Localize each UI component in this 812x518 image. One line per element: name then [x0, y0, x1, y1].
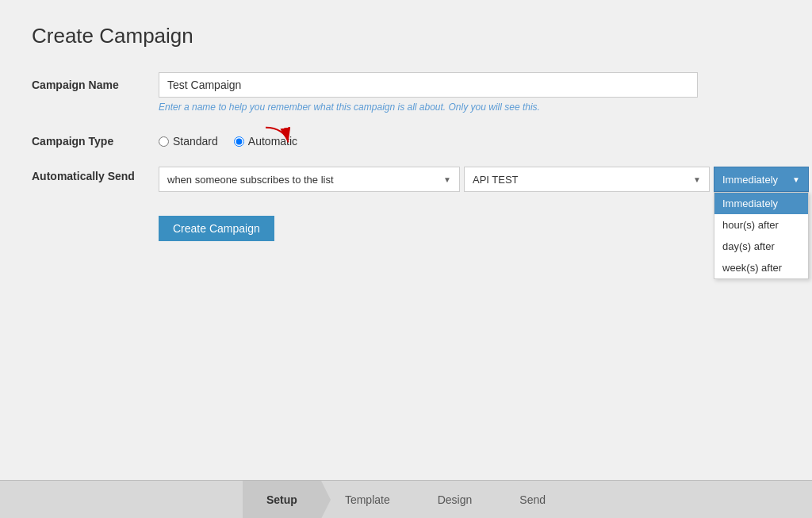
- tab-template-label: Template: [345, 493, 390, 506]
- tab-setup[interactable]: Setup: [243, 481, 321, 518]
- timing-option-hours[interactable]: hour(s) after: [714, 214, 808, 236]
- form-section: Campaign Name Enter a name to help you r…: [32, 72, 780, 241]
- campaign-type-row: Campaign Type Standard Automatic: [32, 129, 780, 148]
- list-select-value: API TEST: [473, 174, 519, 186]
- event-select-value: when someone subscribes to the list: [167, 174, 334, 186]
- timing-option-immediately[interactable]: Immediately: [714, 193, 808, 214]
- arrow-indicator: [254, 121, 301, 155]
- tab-send[interactable]: Send: [496, 481, 569, 518]
- campaign-name-label: Campaign Name: [32, 72, 159, 91]
- radio-standard-input[interactable]: [159, 136, 169, 147]
- campaign-name-help: Enter a name to help you remember what t…: [159, 102, 780, 113]
- radio-standard-label: Standard: [173, 135, 218, 148]
- timing-select-arrow: ▼: [792, 175, 800, 184]
- tab-design-chevron: [496, 481, 505, 519]
- timing-select-value: Immediately: [722, 174, 778, 186]
- tab-bar: Setup Template Design Send: [0, 480, 812, 518]
- tab-send-chevron: [569, 481, 579, 519]
- radio-group: Standard Automatic: [159, 129, 780, 148]
- tab-template[interactable]: Template: [321, 481, 414, 518]
- auto-send-wrap: when someone subscribes to the list ▼ AP…: [159, 163, 809, 192]
- timing-select-wrap: Immediately ▼ Immediately hour(s) after …: [714, 167, 809, 192]
- create-button-row: Create Campaign: [32, 208, 780, 241]
- radio-standard[interactable]: Standard: [159, 135, 218, 148]
- campaign-name-row: Campaign Name Enter a name to help you r…: [32, 72, 780, 113]
- auto-send-label: Automatically Send: [32, 163, 159, 182]
- radio-automatic-input[interactable]: [234, 136, 244, 147]
- campaign-type-wrap: Standard Automatic: [159, 129, 780, 148]
- campaign-type-label: Campaign Type: [32, 129, 159, 148]
- page-title: Create Campaign: [32, 24, 780, 48]
- auto-send-row: Automatically Send when someone subscrib…: [32, 163, 780, 192]
- timing-select[interactable]: Immediately ▼: [714, 167, 809, 192]
- tab-send-label: Send: [519, 493, 546, 506]
- tab-design-label: Design: [438, 493, 473, 506]
- list-select-arrow: ▼: [693, 175, 701, 184]
- timing-dropdown-menu: Immediately hour(s) after day(s) after w…: [714, 192, 809, 279]
- main-content: Create Campaign Campaign Name Enter a na…: [0, 0, 812, 480]
- campaign-name-wrap: Enter a name to help you remember what t…: [159, 72, 780, 113]
- auto-send-controls: when someone subscribes to the list ▼ AP…: [159, 163, 809, 192]
- timing-option-days[interactable]: day(s) after: [714, 236, 808, 257]
- create-campaign-button[interactable]: Create Campaign: [159, 216, 274, 241]
- event-select-arrow: ▼: [443, 175, 451, 184]
- tab-template-chevron: [414, 481, 423, 519]
- tab-setup-chevron: [321, 481, 331, 519]
- tab-design[interactable]: Design: [414, 481, 496, 518]
- timing-option-weeks[interactable]: week(s) after: [714, 257, 808, 278]
- tab-setup-label: Setup: [266, 493, 297, 506]
- campaign-name-input[interactable]: [159, 72, 698, 98]
- list-select[interactable]: API TEST ▼: [464, 167, 710, 192]
- event-select[interactable]: when someone subscribes to the list ▼: [159, 167, 460, 192]
